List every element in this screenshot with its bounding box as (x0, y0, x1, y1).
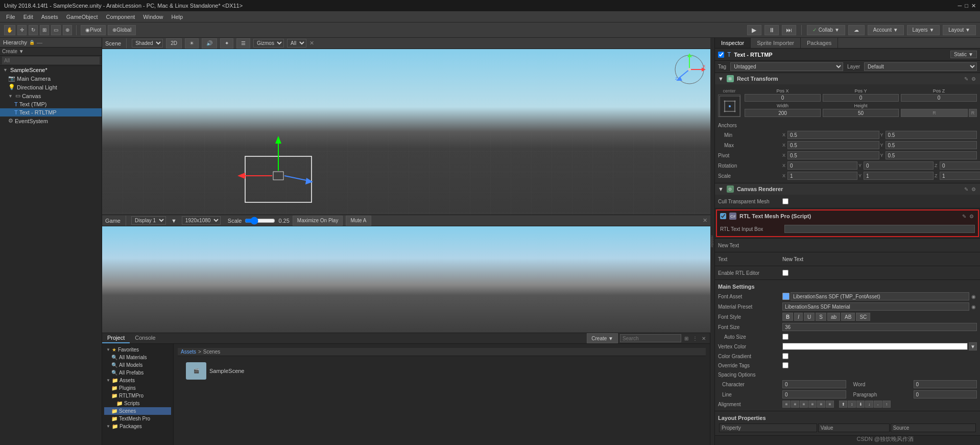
align-midline-icon[interactable]: - (874, 401, 882, 408)
font-size-field[interactable] (782, 323, 977, 331)
posy-field[interactable] (823, 94, 899, 102)
hierarchy-search[interactable] (2, 57, 100, 64)
para-spacing-field[interactable] (914, 390, 977, 399)
align-justify-icon[interactable]: ≡ (808, 401, 817, 408)
blueprint-button[interactable]: R (969, 109, 977, 117)
hierarchy-item-samplescene[interactable]: ▼ SampleScene* (0, 66, 102, 74)
anchor-max-x-field[interactable] (787, 141, 879, 149)
align-right-icon[interactable]: ≡ (800, 401, 808, 408)
rot-x-field[interactable] (787, 161, 857, 170)
scale-tool[interactable]: ⊞ (40, 25, 49, 35)
font-style-italic[interactable]: I (794, 313, 803, 321)
hierarchy-item-directionallight[interactable]: 💡 Directional Light (0, 83, 102, 91)
menu-component[interactable]: Component (102, 13, 139, 21)
tree-item-allmodels[interactable]: 🔍 All Models (104, 361, 171, 369)
tree-item-rtltmpro[interactable]: 📁 RTLTMPro (104, 392, 171, 400)
play-button[interactable]: ▶ (747, 25, 761, 35)
shading-mode-dropdown[interactable]: Shaded (132, 39, 163, 48)
cloud-button[interactable]: ☁ (848, 25, 865, 35)
word-spacing-field[interactable] (914, 380, 977, 388)
tree-item-allprefabs[interactable]: 🔍 All Prefabs (104, 369, 171, 377)
static-dropdown[interactable]: Static ▼ (950, 51, 977, 58)
font-style-underline[interactable]: U (804, 313, 815, 321)
align-baseline-icon[interactable]: ↓ (865, 401, 873, 408)
vertex-color-picker-icon[interactable]: ▼ (969, 342, 977, 350)
rect-transform-options-icon[interactable]: ⚙ (970, 76, 977, 82)
font-asset-select-icon[interactable]: ◉ (970, 293, 977, 300)
maximize-on-play-btn[interactable]: Maximize On Play (293, 216, 343, 226)
layers-button[interactable]: Layers ▼ (907, 25, 940, 35)
tab-sprite-importer[interactable]: Sprite Importer (751, 38, 801, 48)
collab-button[interactable]: ✓ Collab ▼ (807, 25, 845, 35)
game-close-icon[interactable]: ✕ (703, 217, 707, 224)
font-style-lowercase[interactable]: ab (827, 313, 840, 321)
hierarchy-close-icon[interactable]: — (37, 39, 42, 45)
menu-gameobject[interactable]: GameObject (62, 13, 102, 21)
tab-inspector[interactable]: Inspector (715, 38, 751, 48)
all-gizmos-dropdown[interactable]: All (287, 39, 306, 48)
tree-item-assets[interactable]: ▼ 📁 Assets (104, 377, 171, 384)
scale-slider[interactable] (245, 218, 275, 224)
char-spacing-field[interactable] (782, 380, 846, 388)
material-preset-field[interactable] (782, 302, 969, 311)
rtl-script-options-icon[interactable]: ⚙ (968, 213, 975, 220)
width-field[interactable] (745, 109, 821, 117)
align-bottom-icon[interactable]: ⬇ (856, 401, 865, 408)
anchor-max-y-field[interactable] (886, 141, 977, 149)
scene-fx-btn[interactable]: ✦ (220, 38, 233, 49)
move-tool[interactable]: ✛ (17, 25, 27, 35)
breadcrumb-assets[interactable]: Assets (181, 349, 196, 355)
font-style-smallcaps[interactable]: SC (856, 313, 870, 321)
canvas-renderer-options-icon[interactable]: ⚙ (970, 186, 977, 193)
layer-dropdown[interactable]: Default (864, 62, 977, 71)
project-options-icon[interactable]: ⋮ (691, 335, 699, 342)
override-tags-checkbox[interactable] (782, 362, 788, 368)
align-center-icon[interactable]: ≡ (791, 401, 799, 408)
rect-transform-edit-icon[interactable]: ✎ (963, 76, 969, 82)
canvas-renderer-edit-icon[interactable]: ✎ (963, 186, 969, 193)
tree-item-scenes[interactable]: 📁 Scenes (104, 407, 171, 415)
resolution-dropdown[interactable]: 1920x1080 (182, 216, 221, 225)
project-expand-icon[interactable]: ⊞ (683, 335, 689, 342)
scene-close-icon[interactable]: ✕ (309, 40, 314, 46)
align-justified-flush-icon[interactable]: ≡ (817, 401, 825, 408)
step-button[interactable]: ⏭ (782, 25, 796, 35)
mute-audio-btn[interactable]: Mute A (346, 216, 371, 226)
project-create-btn[interactable]: Create ▼ (587, 333, 618, 343)
hierarchy-item-eventsystem[interactable]: ⚙ EventSystem (0, 116, 102, 125)
project-close-icon[interactable]: ✕ (701, 335, 707, 342)
rot-z-field[interactable] (940, 161, 980, 170)
scene-hidden-btn[interactable]: ☰ (236, 38, 250, 49)
display-dropdown[interactable]: Display 1 (131, 216, 166, 225)
tree-item-packages[interactable]: ▼ 📁 Packages (104, 423, 171, 430)
account-button[interactable]: Account ▼ (868, 25, 904, 35)
rtl-script-checkbox[interactable] (720, 213, 726, 219)
font-style-strikethrough[interactable]: S (816, 313, 826, 321)
rtl-script-header[interactable]: C# RTL Text Mesh Pro (Script) ✎ ⚙ (717, 210, 978, 222)
tab-packages[interactable]: Packages (801, 38, 838, 48)
line-spacing-field[interactable] (782, 390, 846, 399)
menu-assets[interactable]: Assets (37, 13, 62, 21)
rot-y-field[interactable] (864, 161, 934, 170)
posx-field[interactable] (745, 94, 821, 102)
hand-tool[interactable]: ✋ (4, 25, 15, 35)
tree-item-plugins[interactable]: 📁 Plugins (104, 384, 171, 392)
scale-y-field[interactable] (864, 172, 934, 180)
font-style-bold[interactable]: B (782, 313, 793, 321)
material-preset-select-icon[interactable]: ◉ (970, 303, 977, 310)
project-search-input[interactable] (620, 334, 681, 342)
object-active-checkbox[interactable] (718, 52, 724, 58)
pause-button[interactable]: ⏸ (764, 25, 779, 35)
scene-audio-btn[interactable]: 🔊 (202, 38, 217, 49)
rtl-editor-checkbox[interactable] (782, 270, 788, 276)
anchor-preset-widget[interactable] (718, 95, 740, 117)
minimize-btn[interactable]: ─ (958, 3, 962, 9)
menu-file[interactable]: File (2, 13, 19, 21)
scene-asset-item[interactable]: 🎬 SampleScene (182, 360, 702, 382)
rect-tool[interactable]: ▭ (51, 25, 61, 35)
align-middle-icon[interactable]: ↕ (848, 401, 856, 408)
hierarchy-item-canvas[interactable]: ▼ ▭ Canvas (0, 91, 102, 100)
tree-item-favorites[interactable]: ▼ ★ Favorites (104, 346, 171, 354)
middle-expand-label[interactable]: middle (710, 233, 714, 250)
scale-x-field[interactable] (787, 172, 857, 180)
